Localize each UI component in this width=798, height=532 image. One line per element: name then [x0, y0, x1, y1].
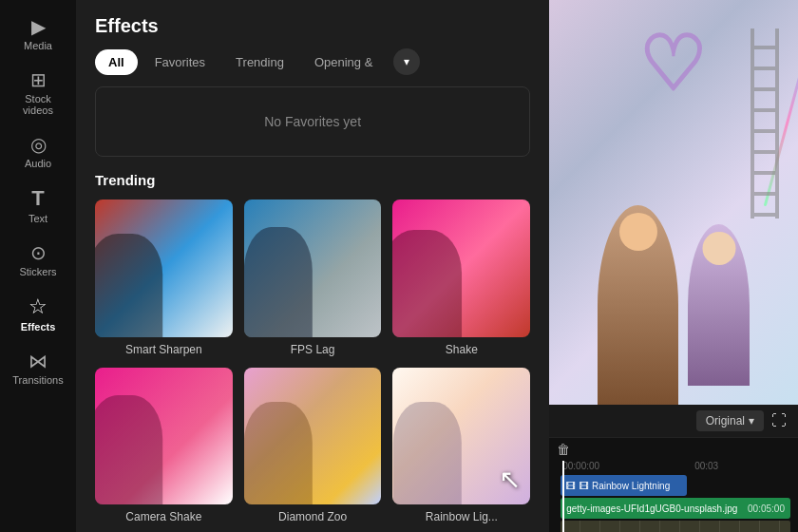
original-label: Original: [706, 414, 745, 428]
track-rainbow-label: 🎞 Rainbow Lightning: [580, 481, 670, 491]
effects-grid: Smart Sharpen FPS Lag Shake Camera Shake: [76, 200, 549, 523]
effect-shake[interactable]: Shake: [392, 200, 530, 356]
preview-panel: ♡ Original ▾ ⛶ 🗑: [549, 0, 798, 532]
preview-area: ♡: [549, 0, 798, 405]
tab-all[interactable]: All: [95, 49, 138, 75]
effect-label-fps-lag: FPS Lag: [291, 343, 335, 356]
text-icon: T: [31, 188, 44, 209]
sidebar-item-text[interactable]: T Text: [0, 179, 76, 234]
cursor-icon: ↖: [499, 464, 521, 495]
effect-thumb-rainbow-lig: ↖: [392, 368, 530, 505]
sidebar-item-effects[interactable]: ☆ Effects: [0, 287, 76, 342]
track-filmstrip: [560, 521, 790, 532]
sidebar-item-stickers[interactable]: ⊙ Stickers: [0, 234, 76, 287]
effect-diamond-zoo[interactable]: Diamond Zoo: [244, 368, 382, 524]
track-rainbow-lightning[interactable]: 🎞 🎞 Rainbow Lightning: [560, 475, 687, 496]
effect-thumb-diamond-zoo: [244, 368, 382, 505]
effect-label-diamond-zoo: Diamond Zoo: [278, 510, 347, 523]
person-1: [598, 205, 678, 405]
time-mark-3: 00:03: [694, 461, 718, 471]
effect-thumb-smart-sharpen: [95, 200, 233, 337]
original-dropdown-icon: ▾: [749, 414, 754, 428]
effect-fps-lag[interactable]: FPS Lag: [244, 200, 382, 356]
effect-rainbow-lig[interactable]: ↖ Rainbow Lig...: [392, 368, 530, 524]
effect-thumb-shake: [392, 200, 530, 337]
sidebar: ▶ Media ⊞ Stockvideos ◎ Audio T Text ⊙ S…: [0, 0, 76, 532]
audio-icon: ◎: [30, 135, 47, 154]
sidebar-item-audio[interactable]: ◎ Audio: [0, 125, 76, 179]
transitions-icon: ⋈: [28, 352, 48, 370]
timeline-toolbar: 🗑: [557, 442, 790, 457]
effects-panel: Effects All Favorites Trending Opening &…: [76, 0, 549, 532]
effect-camera-shake[interactable]: Camera Shake: [95, 368, 233, 524]
track-container: 🎞 🎞 Rainbow Lightning getty-images-UFId1…: [560, 475, 790, 532]
original-dropdown-btn[interactable]: Original ▾: [696, 410, 764, 431]
playhead: [562, 461, 564, 532]
no-favorites-text: No Favorites yet: [264, 114, 361, 129]
ladder-decoration: [750, 28, 779, 218]
effect-thumb-camera-shake: [95, 368, 233, 505]
track-getty-images[interactable]: getty-images-UFId1gUGB0-unsplash.jpg 00:…: [560, 498, 790, 519]
effect-smart-sharpen[interactable]: Smart Sharpen: [95, 200, 233, 356]
person-2: [688, 224, 750, 386]
trending-label: Trending: [76, 172, 549, 200]
preview-controls: Original ▾ ⛶: [549, 405, 798, 437]
filter-tabs: All Favorites Trending Opening & ▾: [76, 48, 549, 86]
sidebar-item-transitions[interactable]: ⋈ Transitions: [0, 342, 76, 395]
fullscreen-btn[interactable]: ⛶: [771, 412, 787, 429]
track-rainbow-icon: 🎞: [566, 481, 576, 491]
effect-label-smart-sharpen: Smart Sharpen: [125, 343, 202, 356]
sidebar-item-media[interactable]: ▶ Media: [0, 8, 76, 61]
stock-videos-icon: ⊞: [30, 70, 47, 89]
tab-favorites[interactable]: Favorites: [142, 49, 218, 75]
tab-trending[interactable]: Trending: [222, 49, 297, 75]
tab-opening[interactable]: Opening &: [301, 49, 386, 75]
stickers-icon: ⊙: [30, 243, 47, 262]
preview-image: ♡: [549, 0, 798, 405]
effect-label-shake: Shake: [446, 343, 478, 356]
delete-btn[interactable]: 🗑: [557, 442, 570, 457]
media-icon: ▶: [31, 17, 46, 36]
sidebar-item-stock-videos[interactable]: ⊞ Stockvideos: [0, 61, 76, 125]
effect-label-rainbow-lig: Rainbow Lig...: [426, 510, 498, 523]
panel-title: Effects: [76, 0, 549, 48]
time-ruler: 00:00:00 00:03: [560, 461, 790, 471]
time-mark-0: 00:00:00: [562, 461, 599, 471]
tab-more-dropdown[interactable]: ▾: [393, 48, 420, 75]
effect-thumb-fps-lag: [244, 200, 382, 337]
effects-icon: ☆: [28, 296, 48, 317]
track-getty-label: getty-images-UFId1gUGB0-unsplash.jpg 00:…: [566, 504, 785, 514]
effect-label-camera-shake: Camera Shake: [125, 510, 201, 523]
no-favorites-box: No Favorites yet: [95, 86, 530, 157]
timeline: 🗑 00:00:00 00:03 🎞 🎞 Rainbow Lightning: [549, 437, 798, 532]
